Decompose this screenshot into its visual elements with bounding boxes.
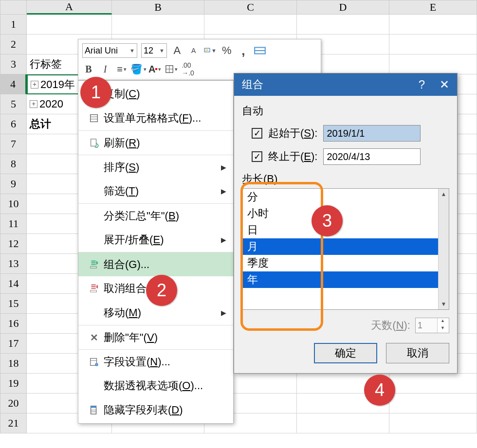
row-header-16[interactable]: 16 — [0, 314, 27, 334]
days-label: 天数(N): — [371, 318, 410, 333]
row-header-20[interactable]: 20 — [0, 394, 27, 413]
italic-button[interactable]: I — [99, 63, 111, 75]
align-button[interactable]: ≡▾ — [115, 63, 128, 75]
row-header-5[interactable]: 5 — [0, 94, 27, 114]
col-header-C[interactable]: C — [204, 0, 297, 15]
start-input[interactable] — [323, 125, 421, 142]
row-header-8[interactable]: 8 — [0, 154, 27, 174]
step-option[interactable]: 月 — [242, 238, 438, 255]
menu-subtotal[interactable]: 分类汇总"年"(B) — [78, 203, 233, 228]
step-option[interactable]: 年 — [242, 271, 438, 288]
accounting-format-button[interactable]: ▼ — [204, 44, 217, 57]
row-header-9[interactable]: 9 — [0, 174, 27, 194]
row-header-21[interactable]: 21 — [0, 413, 27, 433]
step-listbox[interactable]: 分小时日月季度年 ▲ ▼ — [242, 188, 449, 310]
expand-icon[interactable]: + — [31, 81, 38, 89]
cell-E21[interactable] — [389, 413, 477, 433]
row-header-2[interactable]: 2 — [0, 35, 27, 54]
dialog-titlebar[interactable]: 组合 ? ✕ — [234, 73, 457, 96]
menu-refresh[interactable]: 刷新(R) — [78, 130, 233, 155]
col-header-B[interactable]: B — [112, 0, 204, 15]
step-option[interactable]: 季度 — [242, 255, 438, 271]
cell-D1[interactable] — [297, 15, 389, 35]
days-spinner[interactable]: ▲▼ — [415, 318, 449, 333]
cell-E3[interactable] — [389, 54, 477, 74]
refresh-icon — [84, 138, 104, 148]
row-header-1[interactable]: 1 — [0, 15, 27, 35]
row-header-7[interactable]: 7 — [0, 134, 27, 154]
row-header-10[interactable]: 10 — [0, 194, 27, 214]
font-size-combo[interactable]: ▼ — [141, 43, 167, 58]
row-header-18[interactable]: 18 — [0, 354, 27, 374]
menu-delete-label: 删除"年"(V) — [104, 330, 233, 345]
row-header-6[interactable]: 6 — [0, 114, 27, 134]
scroll-up-icon[interactable]: ▲ — [439, 189, 449, 199]
menu-filter[interactable]: 筛选(T) ▶ — [78, 179, 233, 203]
increase-font-button[interactable]: A — [171, 44, 183, 57]
ok-button[interactable]: 确定 — [314, 343, 377, 363]
menu-pivot-options[interactable]: 数据透视表选项(O)... — [78, 374, 233, 398]
cell-E2[interactable] — [389, 35, 477, 54]
dialog-close-button[interactable]: ✕ — [440, 78, 449, 91]
menu-filter-label: 筛选(T) — [104, 184, 221, 198]
font-name-combo[interactable]: ▼ — [82, 43, 137, 58]
bold-button[interactable]: B — [82, 63, 95, 75]
cell-E1[interactable] — [389, 15, 477, 35]
decrease-font-button[interactable]: A — [187, 44, 200, 57]
svg-rect-10 — [91, 115, 98, 122]
field-settings-icon: i — [84, 357, 104, 367]
font-size-input[interactable] — [144, 46, 158, 56]
col-header-A[interactable]: A — [27, 0, 112, 15]
borders-button[interactable]: ▾ — [165, 63, 178, 75]
menu-field-settings[interactable]: i 字段设置(N)... — [78, 349, 233, 374]
merge-button[interactable] — [254, 44, 266, 57]
cell-C1[interactable] — [204, 15, 297, 35]
row-header-3[interactable]: 3 — [0, 54, 27, 74]
start-checkbox[interactable]: ✓ — [252, 128, 262, 139]
row-header-13[interactable]: 13 — [0, 254, 27, 274]
menu-format-cells[interactable]: 设置单元格格式(F)... — [78, 106, 233, 130]
row-header-14[interactable]: 14 — [0, 274, 27, 294]
menu-sort[interactable]: 排序(S) ▶ — [78, 155, 233, 179]
font-name-input[interactable] — [85, 46, 128, 56]
menu-delete[interactable]: ✕ 删除"年"(V) — [78, 325, 233, 349]
cancel-button[interactable]: 取消 — [386, 343, 449, 363]
row-header-11[interactable]: 11 — [0, 214, 27, 234]
col-header-D[interactable]: D — [297, 0, 389, 15]
row-header-15[interactable]: 15 — [0, 294, 27, 314]
row-header-4[interactable]: 4 — [0, 74, 27, 94]
cell-E19[interactable] — [389, 374, 477, 394]
scroll-down-icon[interactable]: ▼ — [439, 299, 449, 309]
font-color-button[interactable]: A▾ — [148, 63, 161, 75]
fill-color-button[interactable]: 🪣▾ — [132, 63, 145, 75]
cell-E20[interactable] — [389, 394, 477, 413]
end-input[interactable] — [323, 148, 421, 165]
end-checkbox[interactable]: ✓ — [252, 151, 262, 162]
cell-B1[interactable] — [112, 15, 204, 35]
menu-expand-collapse[interactable]: 展开/折叠(E) ▶ — [78, 228, 233, 252]
row-header-12[interactable]: 12 — [0, 234, 27, 254]
col-header-E[interactable]: E — [389, 0, 477, 15]
spin-up-icon[interactable]: ▲ — [438, 318, 448, 325]
svg-rect-14 — [91, 266, 97, 268]
increase-decimal-button[interactable]: .00→.0 — [182, 63, 194, 75]
menu-hide-field-list[interactable]: 隐藏字段列表(D) — [78, 398, 233, 422]
step-option[interactable]: 分 — [242, 189, 438, 205]
select-all-corner[interactable] — [0, 0, 27, 15]
spin-down-icon[interactable]: ▼ — [438, 325, 448, 333]
cell-D21[interactable] — [297, 413, 389, 433]
row-header-17[interactable]: 17 — [0, 334, 27, 354]
delete-icon: ✕ — [84, 332, 104, 343]
days-input[interactable] — [416, 318, 437, 333]
comma-format-button[interactable]: , — [237, 44, 250, 57]
expand-icon[interactable]: + — [30, 100, 37, 108]
listbox-scrollbar[interactable]: ▲ ▼ — [438, 189, 449, 309]
row-header-19[interactable]: 19 — [0, 374, 27, 394]
dialog-help-button[interactable]: ? — [419, 78, 425, 91]
svg-text:i: i — [96, 363, 97, 366]
start-label: 起始于(S): — [268, 126, 317, 141]
cell-A1[interactable] — [27, 15, 112, 35]
menu-copy-label: 复制(C) — [104, 87, 233, 101]
menu-group[interactable]: 组合(G)... — [78, 252, 233, 276]
percent-format-button[interactable]: % — [220, 44, 233, 57]
